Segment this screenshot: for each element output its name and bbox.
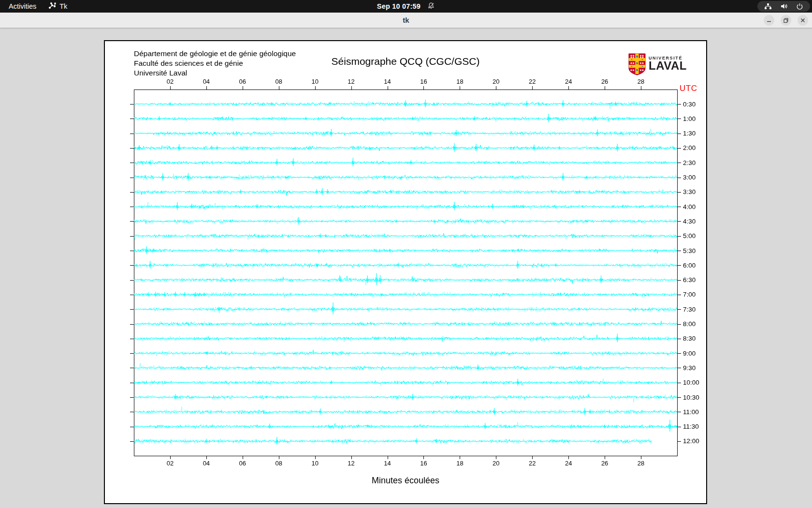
row-time-label: 10:00 <box>683 379 699 386</box>
row-time-label: 3:30 <box>683 188 696 195</box>
row-time-label: 12:00 <box>683 437 699 445</box>
axis-tick-label: 14 <box>384 460 391 467</box>
focused-app-indicator[interactable]: Tk <box>49 2 67 11</box>
axis-tick-label: 26 <box>601 460 608 467</box>
row-time-label: 9:00 <box>683 350 696 357</box>
logo-laval-label: LAVAL <box>649 60 687 71</box>
axis-tick-label: 24 <box>565 78 572 85</box>
minimize-button[interactable] <box>764 15 774 26</box>
restore-button[interactable] <box>781 15 791 26</box>
axis-tick-label: 24 <box>565 460 572 467</box>
window-title: tk <box>403 16 409 24</box>
axis-tick-label: 16 <box>420 460 427 467</box>
axis-tick-label: 12 <box>348 78 354 85</box>
row-time-label: 11:00 <box>683 408 699 416</box>
row-time-label: 2:30 <box>683 159 696 166</box>
system-tray[interactable] <box>757 1 810 12</box>
axis-tick-label: 10 <box>311 78 318 85</box>
gnome-top-bar: Activities Tk Sep 10 07:59 <box>0 0 812 13</box>
power-icon <box>796 3 803 10</box>
axis-tick-label: 14 <box>384 78 391 85</box>
row-time-label: 7:30 <box>683 306 696 313</box>
row-time-label: 6:30 <box>683 276 696 284</box>
page-title: Séismographe QCQ (CGC/GSC) <box>105 56 706 67</box>
row-time-label: 4:30 <box>683 218 696 225</box>
focused-app-label: Tk <box>59 2 67 10</box>
axis-tick-label: 16 <box>420 78 427 85</box>
axis-tick-label: 10 <box>311 460 318 467</box>
tk-app-icon <box>49 2 56 11</box>
axis-tick-label: 18 <box>456 460 463 467</box>
notifications-disabled-icon <box>427 2 435 11</box>
axis-tick-label: 26 <box>601 78 608 85</box>
axis-tick-label: 02 <box>167 78 174 85</box>
row-time-label: 7:00 <box>683 291 696 298</box>
row-time-label: 5:00 <box>683 232 696 239</box>
seismograph-canvas: Département de géologie et de génie géol… <box>104 40 707 504</box>
axis-tick-label: 04 <box>203 78 210 85</box>
network-icon <box>764 3 772 10</box>
window-titlebar[interactable]: tk <box>0 13 812 28</box>
clock-menu[interactable]: Sep 10 07:59 <box>377 2 435 11</box>
clock-label: Sep 10 07:59 <box>377 2 420 10</box>
close-button[interactable] <box>798 15 808 26</box>
axis-tick-label: 04 <box>203 460 210 467</box>
activities-button[interactable]: Activities <box>9 2 36 10</box>
axis-tick-label: 08 <box>275 460 282 467</box>
row-time-label: 5:30 <box>683 247 696 254</box>
row-time-label: 1:30 <box>683 130 696 137</box>
axis-tick-label: 06 <box>239 460 246 467</box>
axis-tick-label: 06 <box>239 78 246 85</box>
row-time-label: 4:00 <box>683 203 696 210</box>
seismogram-plot <box>105 41 706 503</box>
tk-window-content: Département de géologie et de génie géol… <box>0 28 812 508</box>
row-time-label: 8:00 <box>683 320 696 328</box>
institution-line: Université Laval <box>134 68 296 78</box>
laval-shield-icon <box>628 53 646 77</box>
volume-icon <box>780 3 788 10</box>
axis-tick-label: 18 <box>456 78 463 85</box>
axis-tick-label: 22 <box>529 460 536 467</box>
row-time-label: 6:00 <box>683 262 696 269</box>
axis-tick-label: 08 <box>275 78 282 85</box>
axis-tick-label: 12 <box>348 460 354 467</box>
axis-tick-label: 28 <box>638 78 644 85</box>
axis-tick-label: 20 <box>493 78 499 85</box>
row-time-label: 3:00 <box>683 174 696 181</box>
universite-laval-logo: UNIVERSITÉ LAVAL <box>628 53 687 77</box>
axis-tick-label: 02 <box>167 460 174 467</box>
row-time-label: 1:00 <box>683 115 696 122</box>
row-time-label: 10:30 <box>683 394 699 401</box>
axis-tick-label: 22 <box>529 78 536 85</box>
row-time-label: 2:00 <box>683 144 696 151</box>
axis-tick-label: 28 <box>638 460 644 467</box>
x-axis-title: Minutes écoulées <box>105 476 706 486</box>
row-time-label: 9:30 <box>683 364 696 372</box>
row-time-label: 0:30 <box>683 101 696 108</box>
utc-axis-title: UTC <box>680 84 697 93</box>
axis-tick-label: 20 <box>493 460 499 467</box>
row-time-label: 11:30 <box>683 423 699 430</box>
row-time-label: 8:30 <box>683 335 696 342</box>
